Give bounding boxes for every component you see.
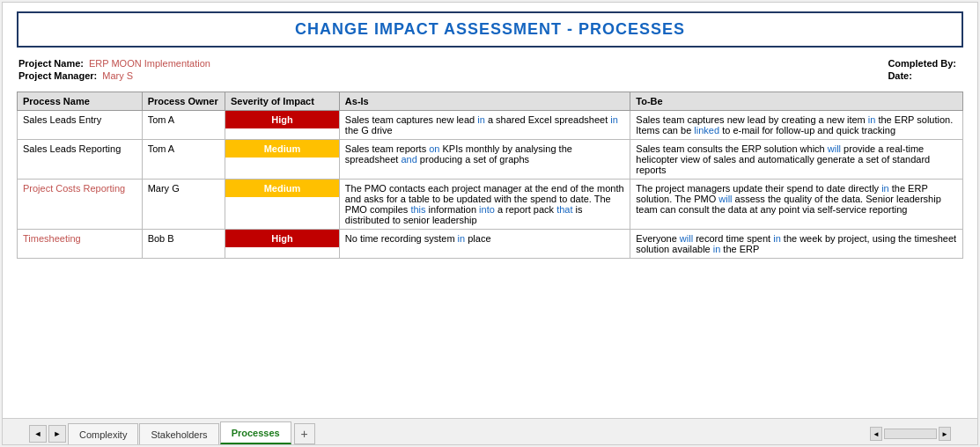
spreadsheet-wrapper: CHANGE IMPACT ASSESSMENT - PROCESSES Pro… [2, 2, 978, 445]
project-name-row: Project Name: ERP MOON Implementation [18, 58, 210, 69]
table-row: Sales Leads EntryTom AHighSales team cap… [18, 111, 963, 140]
col-header-tobe: To-Be [630, 92, 963, 111]
scroll-right-btn[interactable]: ► [939, 427, 951, 441]
meta-section: Project Name: ERP MOON Implementation Pr… [17, 58, 963, 81]
scroll-left-btn[interactable]: ◄ [870, 427, 882, 441]
project-name-value: ERP MOON Implementation [89, 58, 210, 69]
cell-asis: Sales team reports on KPIs monthly by an… [339, 140, 630, 180]
impact-table: Process Name Process Owner Severity of I… [17, 92, 963, 259]
cell-tobe: Sales team captures new lead by creating… [630, 111, 963, 140]
tab-nav-right[interactable]: ► [48, 425, 66, 443]
completed-by-label: Completed By: [888, 58, 956, 69]
cell-severity: High [225, 230, 340, 259]
horizontal-scrollbar[interactable]: ◄ ► [870, 423, 951, 444]
cell-severity: Medium [225, 180, 340, 230]
col-header-asis: As-Is [339, 92, 630, 111]
cell-process-owner: Tom A [142, 111, 225, 140]
cell-tobe: The project managers update their spend … [630, 180, 963, 230]
date-label: Date: [888, 70, 912, 81]
scroll-track[interactable] [884, 429, 937, 439]
table-header-row: Process Name Process Owner Severity of I… [18, 92, 963, 111]
table-row: TimesheetingBob BHighNo time recording s… [18, 230, 963, 259]
project-name-label: Project Name: [18, 58, 84, 69]
cell-process-name: Timesheeting [18, 230, 143, 259]
cell-asis: No time recording system in place [339, 230, 630, 259]
project-manager-label: Project Manager: [18, 70, 97, 81]
table-row: Sales Leads ReportingTom AMediumSales te… [18, 140, 963, 180]
cell-process-name: Project Costs Reporting [18, 180, 143, 230]
cell-asis: The PMO contacts each project manager at… [339, 180, 630, 230]
severity-badge: High [225, 230, 339, 247]
cell-process-name: Sales Leads Reporting [18, 140, 143, 180]
main-content: CHANGE IMPACT ASSESSMENT - PROCESSES Pro… [3, 3, 977, 418]
cell-asis: Sales team captures new lead in a shared… [339, 111, 630, 140]
completed-by-row: Completed By: [888, 58, 962, 69]
col-header-severity: Severity of Impact [225, 92, 340, 111]
page-title: CHANGE IMPACT ASSESSMENT - PROCESSES [295, 20, 685, 38]
cell-severity: Medium [225, 140, 340, 180]
tab-add-button[interactable]: + [294, 423, 315, 444]
tab-nav-left[interactable]: ◄ [29, 425, 47, 443]
title-box: CHANGE IMPACT ASSESSMENT - PROCESSES [17, 11, 963, 48]
col-header-owner: Process Owner [142, 92, 225, 111]
project-manager-value: Mary S [102, 70, 133, 81]
tab-processes[interactable]: Processes [220, 421, 291, 444]
cell-process-owner: Bob B [142, 230, 225, 259]
cell-severity: High [225, 111, 340, 140]
col-header-process: Process Name [18, 92, 143, 111]
cell-process-owner: Mary G [142, 180, 225, 230]
cell-tobe: Sales team consults the ERP solution whi… [630, 140, 963, 180]
table-row: Project Costs ReportingMary GMediumThe P… [18, 180, 963, 230]
severity-badge: High [225, 111, 339, 128]
cell-tobe: Everyone will record time spent in the w… [630, 230, 963, 259]
cell-process-name: Sales Leads Entry [18, 111, 143, 140]
meta-left: Project Name: ERP MOON Implementation Pr… [18, 58, 210, 81]
tab-stakeholders[interactable]: Stakeholders [139, 423, 218, 444]
cell-process-owner: Tom A [142, 140, 225, 180]
project-manager-row: Project Manager: Mary S [18, 70, 210, 81]
severity-badge: Medium [225, 140, 339, 158]
tab-complexity[interactable]: Complexity [68, 423, 138, 444]
date-row: Date: [888, 70, 962, 81]
tab-bar: ◄ ► Complexity Stakeholders Processes + … [3, 418, 977, 444]
severity-badge: Medium [225, 180, 339, 197]
meta-right: Completed By: Date: [888, 58, 962, 81]
